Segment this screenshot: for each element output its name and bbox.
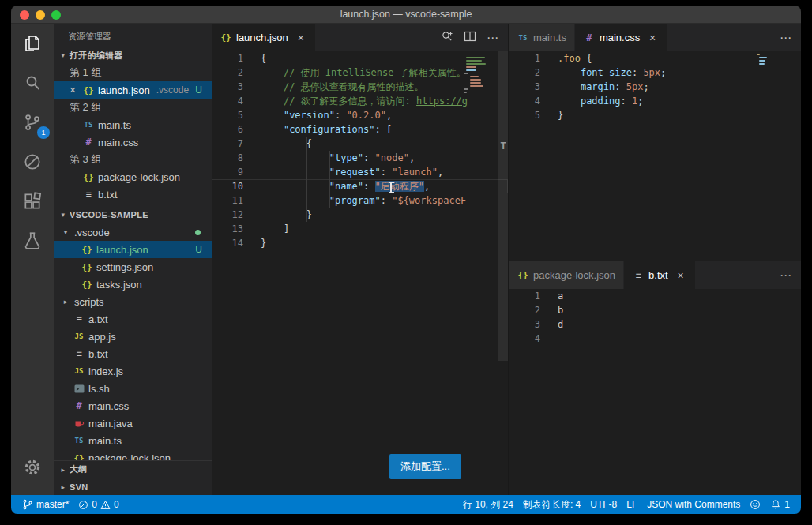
settings-gear-icon[interactable] [11, 448, 54, 487]
line-number: 12 [212, 208, 243, 222]
editor-launch-json[interactable]: 1{2 // 使用 IntelliSense 了解相关属性。3 // 悬停以查看… [212, 51, 508, 495]
source-control-icon[interactable]: 1 [11, 103, 54, 142]
open-editor-item-b.txt[interactable]: ≡b.txt [54, 186, 212, 203]
code-line-14[interactable]: 14} [212, 236, 508, 250]
close-window-button[interactable] [20, 10, 29, 20]
tree-item-settings.json[interactable]: {}settings.json [54, 258, 212, 276]
eol-status[interactable]: LF [622, 499, 642, 510]
tree-item-b.txt[interactable]: ≡b.txt [54, 345, 212, 362]
more-actions-icon[interactable]: ⋯ [780, 269, 791, 281]
git-branch-status[interactable]: master* [17, 495, 73, 514]
minimap[interactable] [464, 54, 497, 98]
close-tab-icon[interactable]: × [295, 32, 307, 44]
editor-main-css[interactable]: 1.foo {2 font-size: 5px;3 margin: 5px;4 … [509, 51, 801, 261]
close-tab-icon[interactable]: × [646, 32, 659, 44]
open-editors-section-header[interactable]: ▾ 打开的编辑器 [54, 47, 212, 64]
tab-package-lock.json[interactable]: {}package-lock.json [509, 261, 624, 289]
indent-guide [306, 137, 307, 222]
feedback-smiley-icon[interactable] [745, 499, 765, 510]
chevron-down-icon: ▾ [57, 211, 70, 219]
code-line-13[interactable]: 13 ] [212, 222, 508, 236]
tree-item-label: main.java [88, 418, 133, 429]
tree-item-app.js[interactable]: JSapp.js [54, 328, 212, 345]
open-editor-item-main.ts[interactable]: TSmain.ts [54, 116, 212, 133]
line-number: 4 [212, 94, 243, 108]
editor-b-txt[interactable]: 1a2b3d4 [509, 289, 801, 495]
tree-item-label: .vscode [74, 227, 110, 238]
add-configuration-button[interactable]: 添加配置... [389, 454, 461, 479]
problems-status[interactable]: 0 0 [73, 495, 123, 514]
code-line-4[interactable]: 4 [509, 332, 801, 346]
language-mode-status[interactable]: JSON with Comments [642, 499, 745, 510]
line-number: 3 [509, 80, 540, 94]
tree-item-main.ts[interactable]: TSmain.ts [54, 432, 212, 449]
tree-item-label: main.css [88, 400, 129, 412]
extensions-icon[interactable] [11, 182, 54, 221]
traffic-lights [20, 10, 61, 20]
tree-item-package-lock.json[interactable]: {}package-lock.json [54, 449, 212, 460]
minimap[interactable] [757, 54, 790, 69]
titlebar[interactable]: launch.json — vscode-sample [11, 6, 801, 24]
code-line-2[interactable]: 2b [509, 303, 801, 317]
indentation-status[interactable]: 制表符长度: 4 [518, 498, 585, 512]
split-editor-icon[interactable] [464, 30, 476, 46]
minimap[interactable] [757, 291, 790, 304]
tab-label: package-lock.json [533, 269, 615, 281]
explorer-icon[interactable] [11, 24, 54, 63]
line-content: { [243, 137, 312, 151]
code-line-11[interactable]: 11 "program": "${workspaceF [212, 193, 508, 208]
search-icon[interactable] [11, 63, 54, 103]
open-editor-item-main.css[interactable]: #main.css [54, 133, 212, 151]
zoom-window-button[interactable] [51, 10, 61, 20]
code-line-9[interactable]: 9 "request": "launch", [212, 165, 508, 179]
tree-item-main.css[interactable]: #main.css [54, 397, 212, 414]
more-actions-icon[interactable]: ⋯ [487, 32, 498, 43]
tree-item-launch.json[interactable]: {}launch.jsonU [54, 241, 212, 258]
outline-section-header[interactable]: ▸ 大纲 [54, 460, 212, 478]
tab-main.css[interactable]: #main.css× [575, 24, 667, 51]
code-line-7[interactable]: 7 { [212, 137, 508, 151]
line-content: { [243, 51, 266, 66]
close-editor-icon[interactable]: × [66, 84, 79, 96]
tree-item-main.java[interactable]: main.java [54, 414, 212, 432]
cursor-position-status[interactable]: 行 10, 列 24 [458, 498, 518, 512]
tree-item-label: launch.json [96, 244, 148, 256]
code-line-3[interactable]: 3 margin: 5px; [509, 80, 801, 94]
line-number: 2 [509, 66, 540, 80]
debug-icon[interactable] [11, 142, 54, 182]
editor-group-right-bottom: {}package-lock.json≡b.txt× ⋯ 1a2b3d4 [509, 261, 801, 495]
code-line-3[interactable]: 3d [509, 317, 801, 332]
open-changes-icon[interactable] [441, 30, 453, 46]
tab-main.ts[interactable]: TSmain.ts [509, 24, 575, 51]
vertical-scrollbar[interactable] [498, 51, 508, 361]
json-file-icon: {} [220, 32, 232, 43]
close-tab-icon[interactable]: × [675, 269, 687, 282]
code-line-5[interactable]: 5 "version": "0.2.0", [212, 108, 508, 122]
code-line-5[interactable]: 5} [509, 108, 801, 122]
line-number: 5 [509, 108, 540, 122]
open-editor-item-launch.json[interactable]: ×{}launch.json.vscodeU [54, 81, 212, 99]
minimize-window-button[interactable] [36, 10, 45, 20]
tree-item-ls.sh[interactable]: ls.sh [54, 380, 212, 397]
folder-section-header[interactable]: ▾ VSCODE-SAMPLE [54, 206, 212, 223]
tree-item-index.js[interactable]: JSindex.js [54, 362, 212, 380]
open-editor-label: main.css [98, 137, 138, 148]
more-actions-icon[interactable]: ⋯ [780, 32, 791, 43]
tree-item-a.txt[interactable]: ≡a.txt [54, 310, 212, 328]
code-line-4[interactable]: 4 padding: 1; [509, 94, 801, 108]
tree-item-.vscode[interactable]: ▾.vscode [54, 223, 212, 241]
svn-section-header[interactable]: ▸ SVN [54, 478, 212, 495]
code-line-10[interactable]: 10 "name": "启动程序", [212, 179, 508, 193]
test-beaker-icon[interactable] [11, 221, 54, 261]
code-line-6[interactable]: 6 "configurations": [ [212, 122, 508, 137]
git-status-badge: U [195, 244, 202, 255]
tree-item-scripts[interactable]: ▸scripts [54, 293, 212, 310]
notifications-bell[interactable]: 1 [765, 499, 795, 510]
open-editor-item-package-lock.json[interactable]: {}package-lock.json [54, 168, 212, 186]
encoding-status[interactable]: UTF-8 [585, 499, 622, 510]
tab-launch.json[interactable]: {}launch.json× [212, 24, 316, 51]
tab-b.txt[interactable]: ≡b.txt× [624, 261, 696, 289]
code-line-8[interactable]: 8 "type": "node", [212, 151, 508, 165]
code-line-12[interactable]: 12 } [212, 208, 508, 222]
tree-item-tasks.json[interactable]: {}tasks.json [54, 276, 212, 293]
